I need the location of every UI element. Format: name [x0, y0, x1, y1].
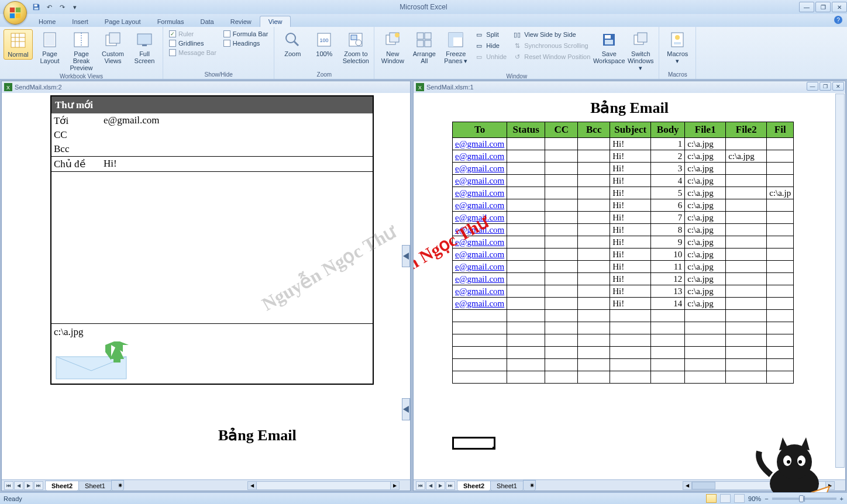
office-button[interactable]	[4, 1, 27, 25]
page-break-button[interactable]: Page Break Preview	[67, 29, 96, 73]
sheet-nav-first-r[interactable]: ⏮	[416, 481, 425, 490]
close-button[interactable]: ✕	[832, 2, 847, 12]
sheet-nav-prev[interactable]: ◀	[14, 481, 23, 490]
col-cc[interactable]: CC	[545, 122, 578, 138]
table-row[interactable]	[453, 322, 794, 334]
qat-customize-icon[interactable]: ▾	[70, 2, 80, 12]
side-by-side-button[interactable]: ▯▯View Side by Side	[511, 29, 592, 40]
tab-data[interactable]: Data	[192, 16, 222, 27]
selected-cell[interactable]	[452, 437, 495, 450]
help-icon[interactable]: ?	[834, 16, 842, 24]
vscroll-right[interactable]	[835, 94, 845, 468]
table-row[interactable]: e@gmail.comHi!13c:\a.jpg	[453, 285, 794, 298]
sheet-area-right[interactable]: Bảng Email ToStatusCCBccSubjectBodyFile1…	[414, 93, 845, 479]
subject-value[interactable]: Hi!	[104, 158, 117, 170]
col-subject[interactable]: Subject	[610, 122, 651, 138]
sheet-tab-new[interactable]: ✷	[111, 480, 124, 491]
qat-undo-icon[interactable]: ↶	[44, 2, 54, 12]
sheet-tab-sheet1[interactable]: Sheet1	[78, 481, 112, 491]
col-fil[interactable]: Fil	[767, 122, 794, 138]
zoom-button[interactable]: Zoom	[278, 29, 307, 58]
sheet-nav-next-r[interactable]: ▶	[436, 481, 445, 490]
zoom-in-button[interactable]: +	[840, 495, 843, 502]
table-row[interactable]	[453, 310, 794, 322]
table-row[interactable]: e@gmail.comHi!5c:\a.jpgc:\a.jp	[453, 187, 794, 199]
custom-views-button[interactable]: Custom Views	[98, 29, 128, 65]
sheet-nav-last-r[interactable]: ⏭	[446, 481, 455, 490]
col-to[interactable]: To	[453, 122, 507, 138]
col-file2[interactable]: File2	[726, 122, 767, 138]
sheet-nav-first[interactable]: ⏮	[4, 481, 13, 490]
table-row[interactable]	[453, 347, 794, 359]
save-workspace-button[interactable]: Save Workspace	[594, 29, 624, 65]
new-window-button[interactable]: New Window	[378, 29, 407, 65]
full-screen-button[interactable]: Full Screen	[130, 29, 159, 65]
fill-handle[interactable]	[493, 447, 495, 450]
splitter-handle-2[interactable]	[402, 398, 410, 420]
sheet-tab-sheet2[interactable]: Sheet2	[45, 481, 79, 491]
sheet-nav-last[interactable]: ⏭	[34, 481, 43, 490]
sheet-tab-new-r[interactable]: ✷	[523, 480, 536, 491]
sheet-nav-prev-r[interactable]: ◀	[426, 481, 435, 490]
headings-checkbox[interactable]: Headings	[223, 40, 268, 47]
col-status[interactable]: Status	[507, 122, 545, 138]
col-file1[interactable]: File1	[685, 122, 726, 138]
hscroll-left[interactable]: ◀▶	[247, 481, 400, 490]
zoom-slider[interactable]	[772, 498, 836, 500]
tab-view[interactable]: View	[260, 16, 291, 27]
qat-save-icon[interactable]	[32, 2, 41, 12]
table-row[interactable]	[453, 334, 794, 347]
child-close[interactable]: ✕	[832, 82, 844, 91]
child-minimize[interactable]: —	[807, 82, 818, 91]
sheet-tab-sheet1-r[interactable]: Sheet1	[490, 481, 524, 491]
view-layout-icon[interactable]	[720, 494, 731, 503]
tab-formulas[interactable]: Formulas	[149, 16, 192, 27]
table-row[interactable]: e@gmail.comHi!2c:\a.jpgc:\a.jpg	[453, 150, 794, 163]
page-layout-button[interactable]: Page Layout	[35, 29, 64, 65]
restore-button[interactable]: ❐	[815, 2, 831, 12]
form-body[interactable]	[51, 171, 373, 323]
view-break-icon[interactable]	[734, 494, 745, 503]
col-bcc[interactable]: Bcc	[578, 122, 610, 138]
tab-page-layout[interactable]: Page Layout	[97, 16, 149, 27]
tab-review[interactable]: Review	[222, 16, 260, 27]
tab-insert[interactable]: Insert	[64, 16, 97, 27]
formula-bar-checkbox[interactable]: Formula Bar	[223, 30, 268, 37]
sheet-tab-sheet2-r[interactable]: Sheet2	[457, 481, 491, 491]
splitter-handle-1[interactable]	[402, 245, 410, 267]
switch-windows-button[interactable]: Switch Windows ▾	[626, 29, 655, 73]
table-row[interactable]	[453, 371, 794, 384]
macros-button[interactable]: Macros ▾	[663, 29, 692, 65]
table-row[interactable]: e@gmail.comHi!4c:\a.jpg	[453, 175, 794, 187]
freeze-panes-button[interactable]: Freeze Panes ▾	[441, 29, 470, 65]
table-row[interactable]: e@gmail.comHi!11c:\a.jpg	[453, 261, 794, 273]
zoom-out-button[interactable]: −	[765, 495, 768, 502]
split-button[interactable]: ▭Split	[473, 29, 508, 40]
hide-button[interactable]: ▭Hide	[473, 40, 508, 51]
tab-home[interactable]: Home	[30, 16, 64, 27]
to-value[interactable]: e@gmail.com	[104, 115, 159, 127]
send-mail-icon[interactable]	[54, 341, 136, 380]
normal-view-button[interactable]: Normal	[4, 29, 33, 60]
table-row[interactable]: e@gmail.comHi!14c:\a.jpg	[453, 298, 794, 310]
col-body[interactable]: Body	[651, 122, 685, 138]
child-restore[interactable]: ❐	[820, 82, 831, 91]
qat-redo-icon[interactable]: ↷	[57, 2, 67, 12]
arrange-all-button[interactable]: Arrange All	[409, 29, 439, 65]
zoom-selection-button[interactable]: Zoom to Selection	[341, 29, 370, 65]
table-row[interactable]: e@gmail.comHi!8c:\a.jpg	[453, 224, 794, 236]
table-row[interactable]	[453, 359, 794, 371]
table-row[interactable]: e@gmail.comHi!9c:\a.jpg	[453, 236, 794, 248]
sheet-area-left[interactable]: Thư mới Tớie@gmail.com CC Bcc Chủ đềHi! …	[2, 93, 410, 479]
zoom-100-button[interactable]: 100100%	[309, 29, 339, 58]
table-row[interactable]: e@gmail.comHi!10c:\a.jpg	[453, 248, 794, 261]
gridlines-checkbox[interactable]: Gridlines	[169, 40, 216, 47]
sheet-nav-next[interactable]: ▶	[24, 481, 33, 490]
view-normal-icon[interactable]	[706, 494, 717, 503]
table-row[interactable]: e@gmail.comHi!6c:\a.jpg	[453, 199, 794, 212]
minimize-button[interactable]: —	[799, 2, 814, 12]
table-row[interactable]: e@gmail.comHi!1c:\a.jpg	[453, 138, 794, 150]
table-row[interactable]: e@gmail.comHi!12c:\a.jpg	[453, 273, 794, 285]
table-row[interactable]: e@gmail.comHi!3c:\a.jpg	[453, 163, 794, 175]
table-row[interactable]: e@gmail.comHi!7c:\a.jpg	[453, 212, 794, 224]
